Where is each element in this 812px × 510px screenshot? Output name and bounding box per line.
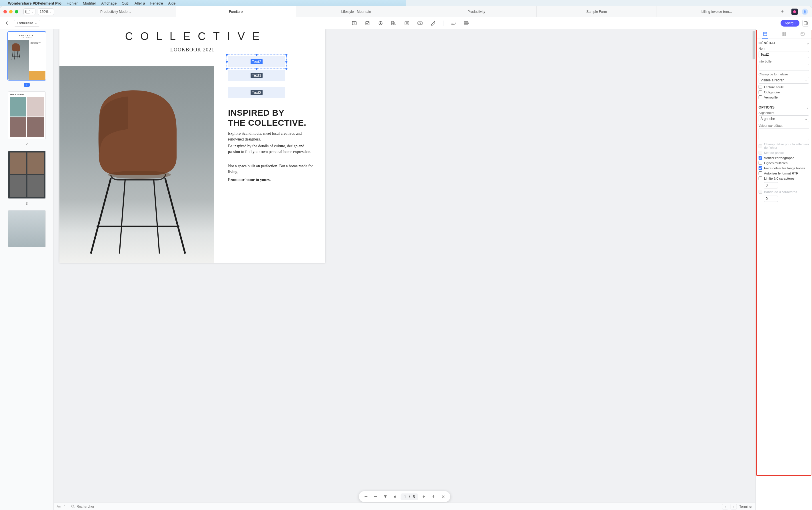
radio-tool-icon[interactable] — [377, 20, 384, 26]
menu-window[interactable]: Fenêtre — [150, 1, 163, 5]
menu-goto[interactable]: Aller à — [135, 1, 145, 5]
minimize-window-icon[interactable] — [9, 10, 12, 13]
form-field-text1[interactable]: Text1 — [228, 70, 285, 81]
svg-line-29 — [18, 51, 18, 59]
thumbnail-pane[interactable]: COLUMBIA COLLECTIVE — [0, 29, 54, 255]
combobox-tool-icon[interactable] — [390, 20, 397, 26]
tab-furniture[interactable]: Furniture — [176, 6, 296, 17]
tagline: From our home to yours. — [228, 177, 314, 183]
back-button[interactable] — [3, 19, 11, 27]
svg-rect-10 — [392, 23, 394, 25]
main-area: COLUMBIA COLLECTIVE — [0, 29, 406, 255]
app-name[interactable]: Wondershare PDFelement Pro — [8, 1, 61, 5]
textfield-tool-icon[interactable]: T — [351, 20, 357, 26]
window-controls — [0, 10, 22, 13]
menu-help[interactable]: Aide — [168, 1, 176, 5]
inspired-heading: INSPIRED BY THE COLLECTIVE. — [228, 108, 314, 128]
paragraph-1: Explore Scandinavia, meet local creative… — [228, 131, 314, 143]
form-toolbar: Formulaire ⌄ T OK Aperçu — [0, 17, 406, 29]
titlebar: ⌄ 150% ⌄ Productivity Mode… Furniture Li… — [0, 6, 406, 17]
svg-rect-11 — [394, 22, 396, 24]
svg-point-36 — [108, 171, 171, 179]
mode-dropdown[interactable]: Formulaire ⌄ — [14, 20, 40, 27]
thumbnail-page-2[interactable]: Table of Contents — [8, 91, 46, 139]
sidebar-toggle[interactable]: ⌄ — [23, 8, 35, 15]
thumbnail-number-3: 3 — [4, 202, 50, 206]
paragraph-3: Not a space built on perfection. But a h… — [228, 163, 314, 175]
menu-tool[interactable]: Outil — [122, 1, 129, 5]
page-canvas[interactable]: COLLECTIVE LOOKBOOK 2021 — [54, 29, 406, 255]
listbox-tool-icon[interactable] — [404, 20, 406, 26]
menu-file[interactable]: Fichier — [66, 1, 78, 5]
tab-productivity-mode[interactable]: Productivity Mode… — [56, 6, 176, 17]
menu-edit[interactable]: Modifier — [83, 1, 96, 5]
thumbnail-number-2: 2 — [4, 142, 50, 146]
thumbnail-page-1[interactable]: COLUMBIA COLLECTIVE — [8, 32, 46, 80]
svg-line-34 — [154, 179, 160, 253]
svg-line-28 — [14, 51, 15, 59]
thumbnail-page-4[interactable] — [8, 210, 46, 247]
svg-text:T: T — [353, 22, 355, 25]
system-menubar: Wondershare PDFelement Pro Fichier Modif… — [0, 0, 406, 6]
form-field-text2[interactable]: Text2 — [228, 56, 285, 67]
svg-rect-0 — [26, 10, 30, 13]
page-subtitle: LOOKBOOK 2021 — [59, 47, 325, 53]
svg-rect-9 — [392, 22, 394, 23]
checkbox-tool-icon[interactable] — [364, 20, 371, 26]
fullscreen-window-icon[interactable] — [15, 10, 18, 13]
svg-rect-12 — [405, 22, 406, 25]
pdf-page: COLLECTIVE LOOKBOOK 2021 — [59, 29, 325, 255]
paragraph-2: Be inspired by the details of culture, d… — [228, 143, 314, 155]
svg-line-26 — [12, 51, 13, 59]
svg-line-27 — [19, 51, 20, 59]
svg-line-31 — [91, 178, 111, 253]
svg-point-8 — [380, 22, 381, 24]
app-window: ⌄ 150% ⌄ Productivity Mode… Furniture Li… — [0, 6, 406, 255]
zoom-value: 150% — [40, 10, 49, 14]
document-tabs: Productivity Mode… Furniture Lifestyle -… — [56, 6, 406, 17]
menu-view[interactable]: Affichage — [101, 1, 117, 5]
thumbnail-number-1: 1 — [4, 83, 50, 87]
thumbnail-page-3[interactable] — [8, 151, 46, 199]
page-title: COLLECTIVE — [59, 30, 325, 42]
svg-line-32 — [165, 178, 185, 253]
zoom-dropdown[interactable]: 150% ⌄ — [38, 8, 54, 15]
hero-image — [59, 66, 214, 255]
close-window-icon[interactable] — [3, 10, 7, 13]
svg-line-33 — [119, 179, 125, 253]
svg-rect-6 — [366, 22, 369, 25]
tab-lifestyle[interactable]: Lifestyle - Mountain — [296, 6, 406, 17]
form-field-text3[interactable]: Text3 — [228, 87, 285, 98]
